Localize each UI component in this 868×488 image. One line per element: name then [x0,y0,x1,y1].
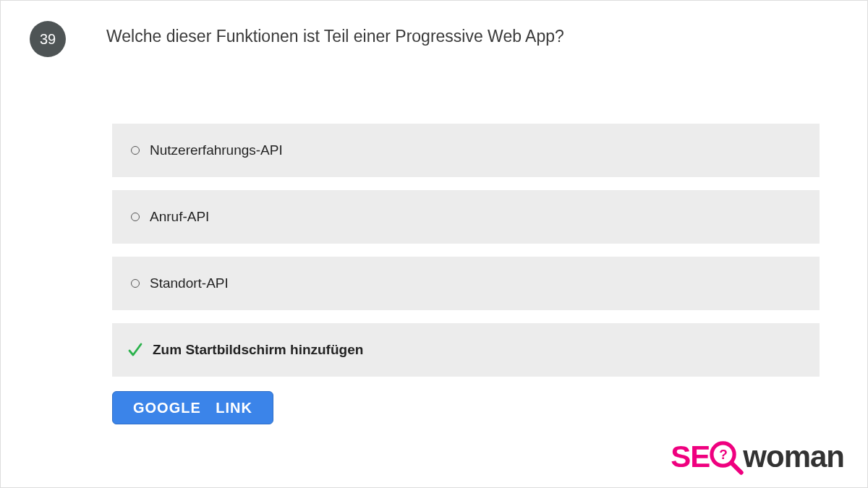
options-list: Nutzererfahrungs-API Anruf-API Standort-… [112,124,820,377]
svg-line-2 [732,463,741,473]
checkmark-icon [127,341,144,359]
radio-unchecked-icon [131,279,140,288]
option-row[interactable]: Anruf-API [112,190,820,244]
option-row[interactable]: Zum Startbildschirm hinzufügen [112,323,820,377]
question-number-badge: 39 [30,21,66,57]
option-row[interactable]: Nutzererfahrungs-API [112,124,820,177]
option-label: Anruf-API [150,209,209,225]
quiz-card: 39 Welche dieser Funktionen ist Teil ein… [1,1,867,487]
google-link-button[interactable]: GOOGLE LINK [112,391,273,424]
radio-unchecked-icon [131,213,140,221]
option-label: Standort-API [150,275,229,291]
logo-text-woman: woman [743,440,844,474]
logo-text-se: SE [671,440,710,474]
radio-unchecked-icon [131,146,140,155]
option-row[interactable]: Standort-API [112,257,820,310]
question-number: 39 [40,31,56,48]
magnifier-icon: ? [707,438,744,476]
option-label: Zum Startbildschirm hinzufügen [153,342,363,358]
svg-text:?: ? [719,447,727,462]
header: 39 Welche dieser Funktionen ist Teil ein… [27,21,841,57]
button-row: GOOGLE LINK [112,391,841,424]
option-label: Nutzererfahrungs-API [150,142,283,158]
seowoman-logo: SE ? woman [671,438,844,476]
question-text: Welche dieser Funktionen ist Teil einer … [106,21,564,46]
